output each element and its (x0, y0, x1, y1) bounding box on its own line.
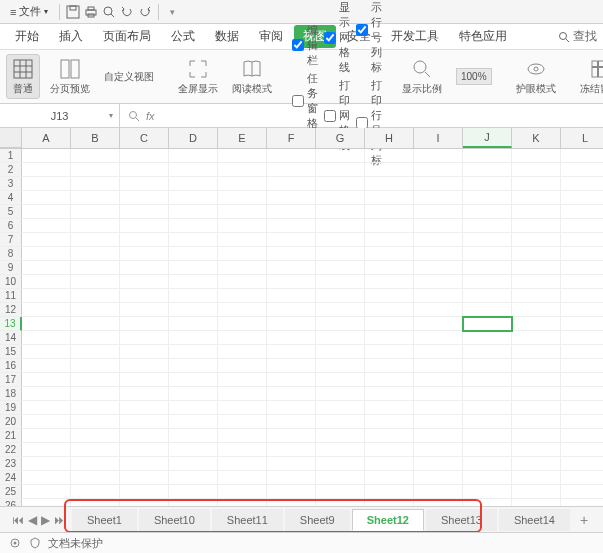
cell[interactable] (463, 429, 512, 443)
cell[interactable] (267, 191, 316, 205)
shield-icon[interactable] (28, 536, 42, 550)
cell[interactable] (512, 191, 561, 205)
cell[interactable] (169, 471, 218, 485)
row-header[interactable]: 19 (0, 401, 22, 415)
cell[interactable] (316, 191, 365, 205)
col-header-K[interactable]: K (512, 128, 561, 148)
menu-review[interactable]: 审阅 (250, 25, 292, 48)
add-sheet-button[interactable]: + (572, 510, 596, 530)
menu-pagelayout[interactable]: 页面布局 (94, 25, 160, 48)
sheet-tab[interactable]: Sheet9 (285, 509, 350, 531)
zoom-button[interactable]: 显示比例 (398, 55, 446, 98)
cell[interactable] (512, 359, 561, 373)
cell[interactable] (316, 261, 365, 275)
cell[interactable] (267, 205, 316, 219)
view-normal-button[interactable]: 普通 (6, 54, 40, 99)
cell[interactable] (316, 387, 365, 401)
cell[interactable] (120, 443, 169, 457)
menu-devtools[interactable]: 开发工具 (382, 25, 448, 48)
col-header-C[interactable]: C (120, 128, 169, 148)
cell[interactable] (120, 219, 169, 233)
row-header[interactable]: 9 (0, 261, 22, 275)
cell[interactable] (463, 387, 512, 401)
cell[interactable] (218, 415, 267, 429)
cell[interactable] (71, 233, 120, 247)
fx-label[interactable]: fx (146, 110, 155, 122)
cell[interactable] (316, 359, 365, 373)
cell[interactable] (512, 233, 561, 247)
col-header-D[interactable]: D (169, 128, 218, 148)
col-header-F[interactable]: F (267, 128, 316, 148)
cell[interactable] (561, 373, 603, 387)
cell[interactable] (71, 471, 120, 485)
cell[interactable] (22, 443, 71, 457)
cell[interactable] (512, 289, 561, 303)
cell[interactable] (316, 219, 365, 233)
cell[interactable] (169, 457, 218, 471)
cell[interactable] (120, 177, 169, 191)
row-header[interactable]: 12 (0, 303, 22, 317)
cell[interactable] (267, 261, 316, 275)
cell[interactable] (71, 303, 120, 317)
cell[interactable] (22, 429, 71, 443)
cell[interactable] (463, 191, 512, 205)
cell[interactable] (120, 303, 169, 317)
cell[interactable] (365, 331, 414, 345)
cell[interactable] (71, 401, 120, 415)
cell[interactable] (22, 485, 71, 499)
cell[interactable] (463, 443, 512, 457)
cell[interactable] (316, 205, 365, 219)
cell[interactable] (316, 443, 365, 457)
cell[interactable] (169, 345, 218, 359)
cell[interactable] (22, 359, 71, 373)
cell[interactable] (414, 387, 463, 401)
cell[interactable] (267, 471, 316, 485)
cell[interactable] (71, 485, 120, 499)
spreadsheet-grid[interactable]: ABCDEFGHIJKL 123456789101112131415161718… (0, 128, 603, 532)
cell[interactable] (267, 359, 316, 373)
next-sheet-icon[interactable]: ▶ (41, 513, 50, 527)
cell[interactable] (463, 163, 512, 177)
cell[interactable] (218, 219, 267, 233)
cell[interactable] (463, 177, 512, 191)
cell[interactable] (22, 387, 71, 401)
cell[interactable] (120, 149, 169, 163)
cell[interactable] (218, 149, 267, 163)
cell[interactable] (71, 345, 120, 359)
cell[interactable] (169, 317, 218, 331)
cell[interactable] (71, 443, 120, 457)
cell[interactable] (512, 247, 561, 261)
cell[interactable] (463, 373, 512, 387)
cell[interactable] (365, 247, 414, 261)
cell[interactable] (512, 205, 561, 219)
cell[interactable] (120, 289, 169, 303)
cell[interactable] (71, 317, 120, 331)
cell[interactable] (71, 191, 120, 205)
cell[interactable] (414, 485, 463, 499)
chk-formula-bar[interactable]: 编辑栏 (292, 23, 318, 68)
cell[interactable] (218, 345, 267, 359)
cell[interactable] (561, 359, 603, 373)
cell[interactable] (561, 443, 603, 457)
cell[interactable] (414, 415, 463, 429)
cell[interactable] (463, 471, 512, 485)
cell[interactable] (22, 289, 71, 303)
cell[interactable] (22, 331, 71, 345)
cell[interactable] (561, 471, 603, 485)
cell[interactable] (120, 485, 169, 499)
cell[interactable] (169, 247, 218, 261)
row-header[interactable]: 10 (0, 275, 22, 289)
cell[interactable] (169, 429, 218, 443)
cell[interactable] (169, 401, 218, 415)
cell[interactable] (365, 191, 414, 205)
cell[interactable] (120, 317, 169, 331)
cell[interactable] (218, 373, 267, 387)
cell[interactable] (414, 205, 463, 219)
cell[interactable] (316, 345, 365, 359)
settings-icon[interactable] (8, 536, 22, 550)
row-header[interactable]: 15 (0, 345, 22, 359)
cell[interactable] (463, 415, 512, 429)
cell[interactable] (169, 275, 218, 289)
cell[interactable] (463, 261, 512, 275)
cell[interactable] (267, 485, 316, 499)
